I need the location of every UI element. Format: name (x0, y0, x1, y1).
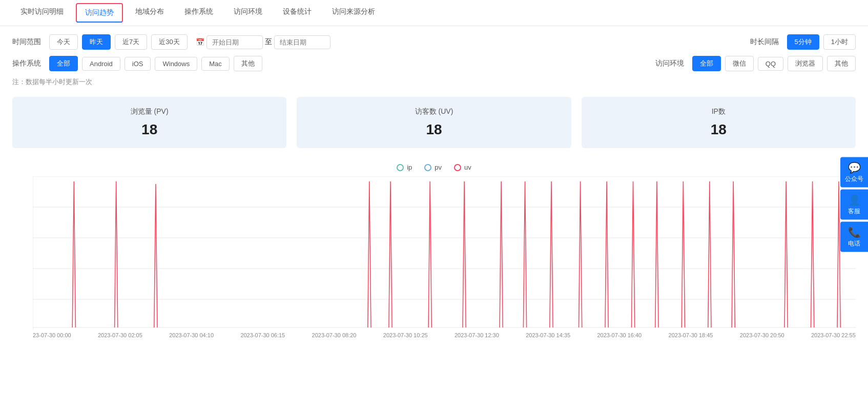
start-date-input[interactable] (206, 35, 263, 49)
float-btn-service-label: 客服 (848, 208, 860, 215)
nav-item-os[interactable]: 操作系统 (174, 0, 223, 26)
btn-env-other[interactable]: 其他 (827, 56, 856, 71)
stat-card-ip: IP数 18 (582, 97, 856, 148)
floating-buttons: 💬 公众号 👤 客服 📞 电话 (840, 157, 868, 252)
chart-svg: 1 0.8 0.6 0.4 0.2 0 (33, 176, 856, 330)
btn-yesterday[interactable]: 昨天 (82, 34, 111, 50)
x-label-3: 2023-07-30 06:15 (240, 332, 285, 338)
filter-row-time: 时间范围 今天 昨天 近7天 近30天 📅 至 时长间隔 5分钟 1小时 (12, 34, 856, 50)
date-separator: 至 (265, 37, 272, 47)
legend-label-uv: uv (464, 163, 471, 171)
legend-uv: uv (454, 163, 471, 171)
x-axis-labels: 23-07-30 00:00 2023-07-30 02:05 2023-07-… (33, 332, 856, 338)
phone-icon: 📞 (842, 226, 866, 238)
stat-card-pv: 浏览量 (PV) 18 (12, 97, 286, 148)
x-label-4: 2023-07-30 08:20 (312, 332, 357, 338)
nav-item-source[interactable]: 访问来源分析 (322, 0, 385, 26)
stat-label-pv: 浏览量 (PV) (28, 107, 271, 116)
nav-item-device[interactable]: 设备统计 (273, 0, 322, 26)
x-label-11: 2023-07-30 22:55 (811, 332, 856, 338)
x-label-2: 2023-07-30 04:10 (169, 332, 214, 338)
service-icon: 👤 (842, 194, 866, 206)
nav-item-region[interactable]: 地域分布 (125, 0, 174, 26)
legend-dot-uv (454, 164, 461, 171)
btn-os-android[interactable]: Android (82, 57, 120, 71)
btn-os-mac[interactable]: Mac (201, 57, 230, 71)
float-btn-service[interactable]: 👤 客服 (840, 190, 868, 220)
stat-label-ip: IP数 (597, 107, 840, 116)
x-label-0: 23-07-30 00:00 (33, 332, 71, 338)
nav-item-trend[interactable]: 访问趋势 (76, 3, 123, 23)
float-btn-phone-label: 电话 (848, 240, 860, 247)
chart-wrapper: 1 0.8 0.6 0.4 0.2 0 23-07-30 00:00 2023-… (12, 176, 856, 338)
btn-env-all[interactable]: 全部 (692, 56, 721, 71)
btn-7days[interactable]: 近7天 (115, 34, 147, 50)
x-label-10: 2023-07-30 20:50 (740, 332, 784, 338)
wechat-icon: 💬 (842, 161, 866, 174)
btn-5min[interactable]: 5分钟 (787, 34, 819, 50)
update-note: 注：数据每半小时更新一次 (12, 77, 856, 87)
access-env-label: 访问环境 (655, 59, 684, 68)
x-label-1: 2023-07-30 02:05 (98, 332, 142, 338)
btn-30days[interactable]: 近30天 (151, 34, 187, 50)
interval-filter: 时长间隔 5分钟 1小时 (750, 34, 856, 50)
interval-label: 时长间隔 (750, 37, 779, 47)
nav-item-realtime[interactable]: 实时访问明细 (10, 0, 74, 26)
x-label-9: 2023-07-30 18:45 (669, 332, 713, 338)
btn-1hour[interactable]: 1小时 (823, 34, 856, 50)
chart-area: ip pv uv (12, 163, 856, 338)
x-label-8: 2023-07-30 16:40 (597, 332, 642, 338)
stat-card-uv: 访客数 (UV) 18 (297, 97, 571, 148)
stat-value-pv: 18 (28, 121, 271, 138)
stat-value-uv: 18 (312, 121, 555, 138)
stats-cards: 浏览量 (PV) 18 访客数 (UV) 18 IP数 18 (12, 97, 856, 148)
legend-dot-pv (424, 164, 431, 171)
btn-today[interactable]: 今天 (49, 34, 78, 50)
btn-env-qq[interactable]: QQ (758, 57, 783, 71)
legend-label-ip: ip (407, 163, 412, 171)
btn-env-browser[interactable]: 浏览器 (788, 56, 823, 71)
filter-row-os: 操作系统 全部 Android iOS Windows Mac 其他 访问环境 … (12, 56, 856, 71)
float-btn-phone[interactable]: 📞 电话 (840, 222, 868, 252)
legend-dot-ip (397, 164, 404, 171)
x-label-7: 2023-07-30 14:35 (526, 332, 570, 338)
btn-os-windows[interactable]: Windows (155, 57, 197, 71)
btn-os-other[interactable]: 其他 (234, 56, 262, 71)
float-btn-wechat-label: 公众号 (845, 175, 863, 182)
main-content: 时间范围 今天 昨天 近7天 近30天 📅 至 时长间隔 5分钟 1小时 操作系… (0, 26, 868, 409)
stat-value-ip: 18 (597, 121, 840, 138)
stat-label-uv: 访客数 (UV) (312, 107, 555, 116)
calendar-icon: 📅 (196, 38, 204, 46)
btn-os-all[interactable]: 全部 (49, 56, 78, 71)
legend-ip: ip (397, 163, 412, 171)
btn-os-ios[interactable]: iOS (125, 57, 151, 71)
x-label-6: 2023-07-30 12:30 (454, 332, 499, 338)
legend-pv: pv (424, 163, 442, 171)
btn-env-wechat[interactable]: 微信 (725, 56, 754, 71)
date-range-picker: 📅 至 (196, 35, 330, 49)
legend-label-pv: pv (435, 163, 442, 171)
end-date-input[interactable] (274, 35, 330, 49)
top-navigation: 实时访问明细 访问趋势 地域分布 操作系统 访问环境 设备统计 访问来源分析 (0, 0, 868, 26)
chart-legend: ip pv uv (12, 163, 856, 171)
time-range-label: 时间范围 (12, 37, 41, 47)
os-label: 操作系统 (12, 59, 41, 68)
x-label-5: 2023-07-30 10:25 (383, 332, 428, 338)
float-btn-wechat[interactable]: 💬 公众号 (840, 157, 868, 188)
nav-item-env[interactable]: 访问环境 (223, 0, 273, 26)
access-env-filter: 访问环境 全部 微信 QQ 浏览器 其他 (655, 56, 856, 71)
